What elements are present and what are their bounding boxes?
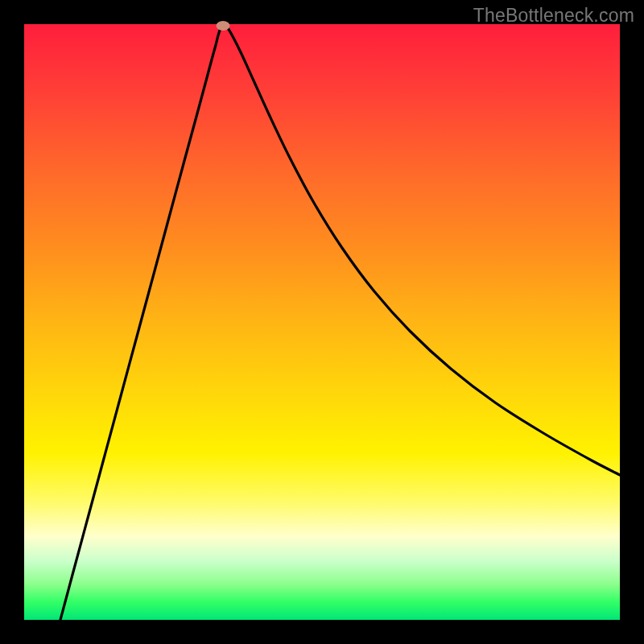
chart-frame: TheBottleneck.com — [0, 0, 644, 644]
bottleneck-curve — [60, 24, 620, 620]
curve-svg — [24, 24, 620, 620]
watermark-text: TheBottleneck.com — [473, 5, 634, 27]
plot-area — [24, 24, 620, 620]
optimal-point-marker — [217, 21, 230, 31]
